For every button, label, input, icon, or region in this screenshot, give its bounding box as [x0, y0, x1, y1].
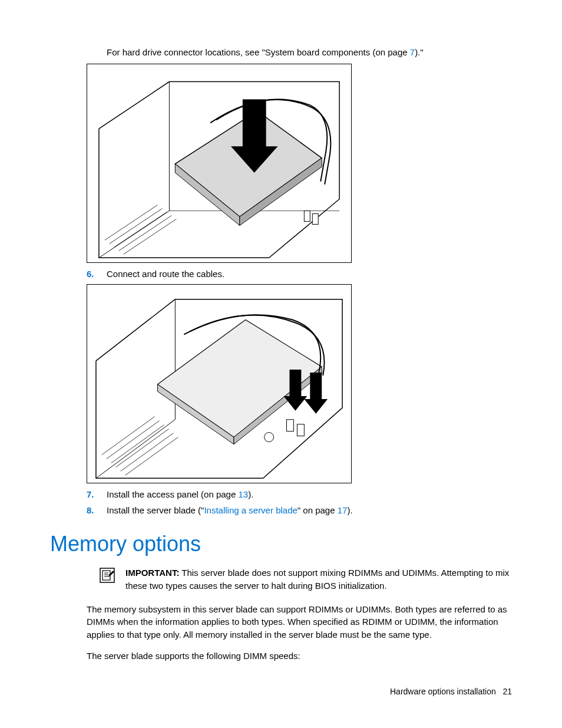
important-icon	[100, 566, 125, 592]
paragraph-memory-subsystem: The memory subsystem in this server blad…	[87, 603, 512, 641]
important-label: IMPORTANT:	[125, 568, 179, 578]
step-8: 8. Install the server blade ("Installing…	[87, 504, 512, 517]
paragraph-dimm-speeds: The server blade supports the following …	[87, 650, 512, 663]
svg-line-22	[107, 420, 160, 459]
svg-line-15	[96, 419, 175, 478]
svg-marker-35	[108, 571, 114, 577]
intro-post: )."	[415, 47, 424, 57]
step-text: Install the server blade ("Installing a …	[107, 504, 512, 517]
figure-route-cables	[87, 284, 352, 483]
svg-line-1	[99, 210, 169, 258]
svg-rect-28	[297, 424, 304, 436]
page-ref-7[interactable]: 7	[410, 47, 415, 57]
step-number: 7.	[87, 488, 107, 501]
important-body: IMPORTANT: This server blade does not su…	[125, 566, 512, 592]
page-ref-13[interactable]: 13	[238, 489, 248, 499]
step-6: 6. Connect and route the cables.	[87, 268, 512, 281]
heading-memory-options: Memory options	[50, 529, 512, 559]
svg-line-23	[111, 424, 164, 463]
step-text: Install the access panel (on page 13).	[107, 488, 512, 501]
svg-rect-27	[286, 419, 293, 431]
important-note: IMPORTANT: This server blade does not su…	[100, 566, 512, 592]
important-text: This server blade does not support mixin…	[125, 568, 509, 591]
step-7: 7. Install the access panel (on page 13)…	[87, 488, 512, 501]
step-number: 6.	[87, 268, 107, 281]
svg-line-24	[116, 429, 169, 467]
page-ref-17[interactable]: 17	[338, 505, 348, 515]
link-installing-server-blade[interactable]: Installing a server blade	[204, 505, 297, 515]
svg-rect-12	[304, 210, 310, 221]
figure-install-drive	[87, 64, 352, 263]
svg-line-9	[114, 212, 167, 247]
page-footer: Hardware options installation 21	[390, 686, 512, 697]
svg-line-7	[105, 205, 158, 240]
svg-rect-13	[312, 213, 318, 224]
svg-line-10	[119, 215, 172, 251]
intro-pre: For hard drive connector locations, see …	[107, 47, 410, 57]
svg-point-29	[265, 432, 274, 442]
svg-line-11	[124, 219, 177, 254]
svg-line-26	[125, 437, 178, 475]
svg-line-25	[121, 433, 174, 471]
svg-line-21	[102, 416, 155, 454]
intro-line: For hard drive connector locations, see …	[107, 46, 512, 59]
footer-page-number: 21	[503, 687, 512, 696]
step-text: Connect and route the cables.	[107, 268, 512, 281]
step-number: 8.	[87, 504, 107, 517]
footer-section: Hardware options installation	[390, 687, 496, 696]
svg-line-8	[110, 208, 163, 243]
